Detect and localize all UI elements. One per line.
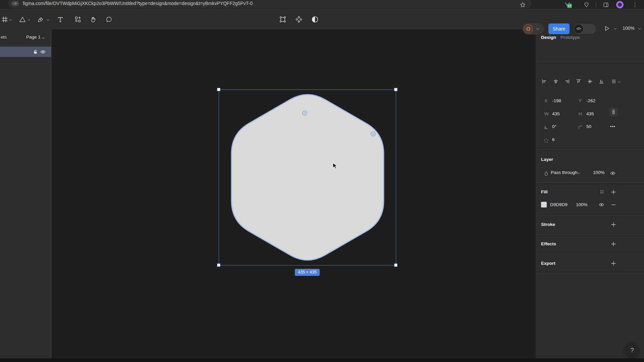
present-button[interactable] [603,24,611,33]
current-user-menu[interactable]: O [523,23,544,35]
browser-menu-icon[interactable]: ⋮ [633,1,638,8]
url-bar[interactable]: -o figma.com/file/DVTWdpMiGjXKCkp2o3PbWW… [8,0,531,8]
add-export-button[interactable] [611,261,616,266]
align-horizontal-center-icon[interactable] [553,79,558,84]
y-value-input[interactable]: -262 [586,96,595,106]
browser-profile-avatar[interactable] [616,1,624,8]
section-divider [536,182,644,183]
add-stroke-button[interactable] [611,222,616,227]
edit-object-tool-button[interactable] [279,15,287,23]
present-chevron-icon[interactable] [614,27,616,29]
corner-radius-handle-right[interactable] [371,132,375,136]
size-row: W 435 H 435 [536,109,644,119]
bookmark-star-icon[interactable] [519,1,526,8]
constrain-proportions-toggle[interactable] [609,108,618,116]
align-bottom-icon[interactable] [599,79,604,84]
dev-mode-code-icon: </> [574,24,583,33]
layers-panel: ets Page 1 [0,29,51,362]
x-label: X [544,96,547,106]
frame-tool-button[interactable] [1,15,9,23]
shape-tool-button[interactable] [18,15,26,23]
tab-design[interactable]: Design [541,35,556,40]
blend-mode-select[interactable]: Pass through [551,168,578,177]
fill-section-header: Fill [541,189,548,194]
blend-mode-icon [544,170,549,175]
figma-toolbar: O Share </> 100% [0,9,644,29]
stroke-section-header: Stroke [541,222,555,227]
zoom-level-control[interactable]: 100% [623,25,641,31]
extension-v-icon[interactable]: LT [564,1,571,8]
text-tool-button[interactable] [56,15,64,23]
tidy-up-icon[interactable] [611,79,617,84]
layer-blend-row: Pass through 100% [536,168,644,177]
height-label: H [579,109,582,119]
export-section-header: Export [541,261,555,266]
unlock-icon[interactable] [33,49,38,55]
corner-radius-handle-top[interactable] [303,111,307,115]
width-value-input[interactable]: 435 [552,109,560,119]
effects-section-header: Effects [541,241,556,246]
pen-tool-chevron-icon[interactable] [47,18,49,21]
dev-mode-toggle[interactable]: </> [574,24,596,34]
add-effect-button[interactable] [611,241,616,247]
align-vertical-center-icon[interactable] [587,79,593,84]
rotation-value-input[interactable]: 0° [552,122,556,131]
fill-hex-input[interactable]: D9D9D9 [550,201,568,209]
hand-tool-button[interactable] [89,15,97,23]
pen-tool-button[interactable] [37,15,45,23]
site-info-icon[interactable]: -o [11,1,19,6]
blend-mode-chevron-icon[interactable] [578,171,580,174]
selection-size-badge: 435 × 435 [295,269,320,276]
theme-contrast-tool-button[interactable] [311,15,319,23]
fill-styles-icon[interactable] [599,189,605,195]
align-right-icon[interactable] [565,79,570,84]
height-value-input[interactable]: 435 [586,109,594,119]
width-label: W [544,109,549,119]
resize-handle-top-left[interactable] [217,88,220,91]
help-button[interactable]: ? [625,343,639,357]
resize-handle-bottom-right[interactable] [394,263,397,267]
align-top-icon[interactable] [576,79,581,84]
shape-tool-chevron-icon[interactable] [28,18,30,21]
resize-handle-top-right[interactable] [394,88,397,91]
tidy-up-chevron-icon[interactable] [618,80,621,83]
polygon-count-row: 6 [536,135,644,144]
align-left-icon[interactable] [542,79,547,84]
window-bottom-edge [0,358,644,362]
fill-opacity-input[interactable]: 100% [576,201,588,209]
fill-visibility-eye-icon[interactable] [599,202,604,207]
section-divider [536,216,644,216]
layer-section-header: Layer [541,157,553,162]
toolbar-divider [596,2,596,7]
share-button[interactable]: Share [548,23,570,34]
layers-panel-header: ets Page 1 [0,29,51,45]
tab-prototype[interactable]: Prototype [560,35,580,40]
frame-tool-chevron-icon[interactable] [9,18,12,21]
variants-tool-button[interactable] [295,15,303,23]
independent-corners-button[interactable]: ••• [610,122,615,131]
url-text[interactable]: figma.com/file/DVTWdpMiGjXKCkp2o3PbWW/Un… [23,1,253,6]
tab-assets[interactable]: ets [1,35,7,40]
layer-visibility-eye-icon[interactable] [610,170,615,175]
corner-radius-value-input[interactable]: 50 [586,122,591,131]
actions-tool-button[interactable] [74,15,82,23]
side-panel-icon[interactable] [602,1,609,8]
visibility-eye-icon[interactable] [40,49,46,55]
position-row: X -198 Y -262 [536,96,644,106]
resize-handle-bottom-left[interactable] [217,263,220,267]
alignment-toolbar [536,77,644,86]
selection-bounding-box [219,89,396,265]
polygon-count-value-input[interactable]: 6 [552,135,555,144]
x-value-input[interactable]: -198 [552,96,561,106]
section-divider [536,234,644,235]
page-selector[interactable]: Page 1 [26,35,41,40]
add-fill-button[interactable] [611,189,616,195]
page-chevron-icon[interactable] [42,36,45,39]
layer-opacity-input[interactable]: 100% [593,168,605,177]
fill-color-swatch[interactable] [541,202,547,207]
comment-tool-button[interactable] [105,15,113,23]
layer-row-selected[interactable] [0,47,51,57]
zoom-level-value: 100% [623,25,635,31]
remove-fill-button[interactable] [611,202,616,207]
extension-box-icon[interactable] [583,1,590,8]
